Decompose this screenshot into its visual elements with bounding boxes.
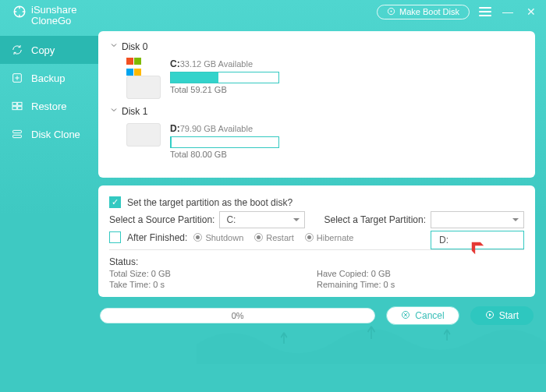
target-partition-label: Select a Target Partition: [324, 214, 426, 225]
sidebar-item-label: Restore [31, 101, 67, 112]
after-finished-checkbox[interactable] [109, 231, 121, 243]
radio-restart[interactable]: Restart [254, 233, 293, 242]
sidebar-item-disk-clone[interactable]: Disk Clone [0, 120, 98, 148]
sidebar-item-label: Backup [31, 72, 65, 84]
disk-header-label: Disk 0 [122, 41, 147, 52]
after-finished-label: After Finished: [127, 232, 187, 243]
svg-rect-4 [12, 102, 16, 105]
boot-disk-checkbox[interactable] [109, 196, 121, 208]
sidebar-item-label: Disk Clone [31, 129, 80, 140]
drive-total: Total 59.21 GB [170, 85, 524, 94]
play-icon [485, 310, 495, 322]
start-label: Start [499, 310, 519, 321]
usage-bar-d [170, 136, 279, 148]
brand-line1: iSunshare [31, 5, 77, 16]
status-total-size: Total Size: 0 GB [109, 269, 317, 278]
target-partition-dropdown[interactable]: D: [431, 231, 524, 249]
svg-rect-5 [18, 102, 22, 105]
disk-header-0[interactable]: Disk 0 [109, 41, 524, 52]
svg-rect-8 [13, 130, 22, 132]
usage-bar-c [170, 72, 279, 83]
sidebar-item-backup[interactable]: Backup [0, 64, 98, 92]
sidebar-item-restore[interactable]: Restore [0, 92, 98, 120]
drive-label: D:79.90 GB Available [170, 123, 524, 134]
boot-disk-label: Set the target partition as the boot dis… [127, 197, 292, 208]
footer: 0% Cancel Start [98, 305, 535, 325]
status-take-time: Take Time: 0 s [109, 280, 317, 289]
disk-clone-icon [11, 128, 23, 140]
cancel-button[interactable]: Cancel [386, 306, 459, 325]
target-partition-select[interactable] [431, 211, 524, 228]
status-title: Status: [109, 256, 524, 267]
drive-icon [126, 76, 161, 99]
chevron-down-icon [109, 105, 119, 117]
disk-header-label: Disk 1 [122, 106, 147, 117]
drive-row-d: D:79.90 GB Available Total 80.00 GB [109, 120, 524, 164]
source-partition-label: Select a Source Partition: [109, 214, 214, 225]
radio-hibernate[interactable]: Hibernate [305, 233, 354, 242]
progress-text: 0% [232, 311, 244, 320]
disk-header-1[interactable]: Disk 1 [109, 105, 524, 117]
radio-shutdown[interactable]: Shutdown [193, 233, 243, 242]
progress-bar: 0% [100, 308, 375, 323]
svg-rect-9 [13, 135, 22, 137]
cancel-icon [401, 310, 410, 322]
drive-total: Total 80.00 GB [170, 150, 524, 159]
chevron-down-icon [109, 41, 119, 52]
sidebar-item-label: Copy [31, 44, 55, 56]
start-button[interactable]: Start [470, 306, 534, 325]
sidebar: Copy Backup Restore Disk Clone [0, 0, 98, 392]
dropdown-option-d[interactable]: D: [431, 231, 523, 249]
sidebar-item-copy[interactable]: Copy [0, 36, 98, 64]
disks-panel: Disk 0 C:33.12 GB Available Total 59.21 … [98, 31, 535, 178]
svg-rect-6 [12, 107, 16, 110]
status-remaining-time: Remaining Time: 0 s [317, 280, 524, 289]
settings-panel: Set the target partition as the boot dis… [98, 185, 535, 297]
status-have-copied: Have Copied: 0 GB [317, 269, 524, 278]
app-brand: iSunshare CloneGo [12, 5, 77, 26]
brand-icon [12, 5, 27, 21]
drive-row-c: C:33.12 GB Available Total 59.21 GB [109, 55, 524, 104]
source-partition-select[interactable]: C: [219, 211, 305, 228]
cancel-label: Cancel [415, 310, 444, 321]
restore-icon [11, 100, 23, 112]
svg-rect-7 [18, 107, 22, 110]
brand-line2: CloneGo [31, 16, 77, 26]
drive-icon [126, 123, 161, 147]
backup-icon [11, 72, 23, 84]
drive-label: C:33.12 GB Available [170, 58, 524, 69]
copy-icon [11, 44, 23, 56]
